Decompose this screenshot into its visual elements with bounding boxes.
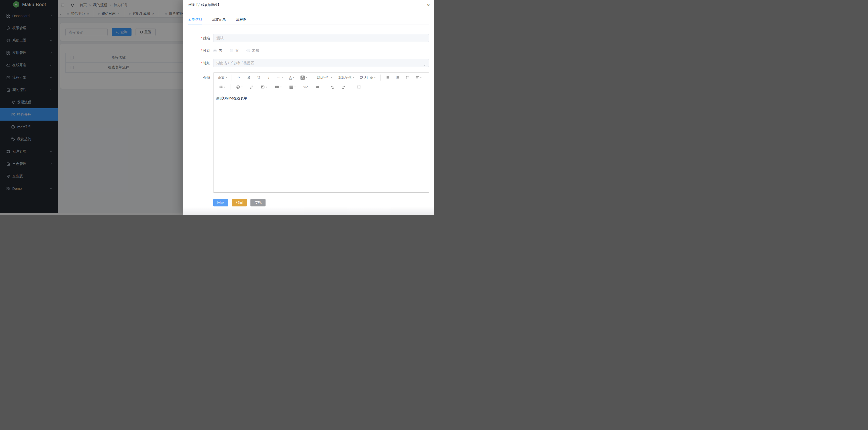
numbered-list-icon: 123 — [396, 76, 400, 80]
address-value: 湖南省 / 长沙市 / 岳麓区 — [217, 61, 254, 65]
rich-text-editor: 正文 “ B U I ··· A A 默认字号 默认字体 默认行高 123 — [213, 73, 429, 193]
caret-icon — [352, 77, 354, 78]
bold-icon: B — [247, 75, 250, 80]
align-icon — [415, 76, 419, 80]
video-dropdown[interactable] — [271, 83, 285, 91]
emoji-icon — [236, 85, 240, 89]
toolbar-separator — [325, 84, 325, 90]
reject-button[interactable]: 驳回 — [232, 199, 247, 206]
indent-dropdown[interactable] — [216, 83, 228, 91]
radio-circle-icon — [246, 49, 250, 52]
caret-icon — [281, 77, 283, 78]
more-styles-dropdown[interactable]: ··· — [274, 74, 286, 81]
toolbar-separator — [380, 75, 381, 81]
todo-list-button[interactable] — [403, 74, 412, 81]
toolbar-separator — [312, 75, 312, 81]
todo-icon — [406, 76, 410, 80]
gender-label: 性别 — [183, 47, 210, 55]
font-size-dropdown[interactable]: 默认字号 — [314, 74, 335, 81]
tab-flow-diagram[interactable]: 流程图 — [236, 15, 246, 24]
close-icon[interactable]: × — [427, 2, 430, 7]
caret-icon — [241, 87, 243, 88]
radio-label: 未知 — [252, 48, 259, 53]
name-field[interactable]: 测试 — [213, 34, 429, 42]
svg-text:3: 3 — [396, 78, 397, 79]
intro-label: 介绍 — [183, 74, 210, 82]
approve-button[interactable]: 同意 — [213, 199, 228, 206]
italic-button[interactable]: I — [264, 74, 274, 81]
caret-icon — [280, 87, 282, 88]
editor-content[interactable]: 测试Online在线表单 — [214, 92, 429, 193]
blockquote-button[interactable]: “ — [234, 74, 243, 81]
caret-icon — [420, 77, 422, 78]
caret-icon — [306, 77, 307, 78]
undo-button[interactable] — [327, 83, 338, 91]
process-drawer: 处理【在线表单流程】 × 表单信息 流转记录 流程图 姓名 测试 性别 男 女 … — [183, 0, 434, 215]
image-icon — [260, 85, 265, 89]
bullet-list-icon — [385, 76, 390, 80]
code-block-button[interactable]: </> — [300, 83, 311, 91]
radio-circle-icon — [213, 49, 217, 52]
gender-radio-group: 男 女 未知 — [213, 47, 259, 55]
radio-circle-icon — [230, 49, 234, 52]
redo-icon — [341, 85, 345, 89]
italic-icon: I — [268, 75, 269, 80]
drawer-tabs: 表单信息 流转记录 流程图 — [188, 15, 429, 24]
image-dropdown[interactable] — [257, 83, 271, 91]
link-button[interactable] — [246, 83, 256, 91]
redo-button[interactable] — [338, 83, 349, 91]
chevron-down-icon — [423, 62, 426, 69]
caret-icon — [294, 87, 296, 88]
underline-icon: U — [257, 76, 260, 80]
drawer-header: 处理【在线表单流程】 × — [183, 0, 434, 10]
undo-icon — [331, 85, 334, 89]
address-select[interactable]: 湖南省 / 长沙市 / 岳麓区 — [213, 59, 429, 67]
radio-unknown[interactable]: 未知 — [246, 48, 259, 53]
indent-icon — [219, 85, 223, 89]
radio-female[interactable]: 女 — [230, 48, 239, 53]
caret-icon — [293, 77, 294, 78]
toolbar-separator — [351, 84, 351, 90]
underline-button[interactable]: U — [254, 74, 264, 81]
toolbar-separator — [230, 84, 231, 90]
fullscreen-icon — [357, 85, 361, 89]
editor-toolbar-row-2: </> — [214, 82, 429, 92]
radio-label: 女 — [235, 48, 239, 53]
radio-label: 男 — [219, 48, 222, 53]
font-color-icon: A — [289, 76, 291, 80]
name-label: 姓名 — [183, 34, 210, 42]
tab-flow-records[interactable]: 流转记录 — [212, 15, 226, 24]
caret-icon — [266, 87, 267, 88]
code-icon: </> — [303, 85, 308, 89]
bg-color-icon: A — [301, 76, 305, 80]
divider-icon — [315, 85, 319, 89]
caret-icon — [331, 77, 333, 78]
delegate-button[interactable]: 委托 — [250, 199, 266, 206]
bg-color-dropdown[interactable]: A — [298, 74, 310, 81]
align-dropdown[interactable] — [413, 74, 424, 81]
emoji-dropdown[interactable] — [233, 83, 246, 91]
more-icon: ··· — [277, 76, 280, 80]
quote-icon: “ — [237, 75, 240, 81]
font-color-dropdown[interactable]: A — [286, 74, 297, 81]
address-label: 地址 — [183, 59, 210, 67]
numbered-list-button[interactable]: 123 — [393, 74, 402, 81]
table-dropdown[interactable] — [286, 83, 299, 91]
tab-form-info[interactable]: 表单信息 — [188, 15, 202, 24]
drawer-title: 处理【在线表单流程】 — [188, 3, 221, 7]
bullet-list-button[interactable] — [383, 74, 392, 81]
video-icon — [275, 85, 279, 89]
paragraph-style-dropdown[interactable]: 正文 — [216, 74, 229, 81]
link-icon — [249, 85, 253, 89]
radio-male[interactable]: 男 — [213, 48, 222, 53]
toolbar-separator — [231, 75, 232, 81]
fullscreen-button[interactable] — [353, 83, 365, 91]
divider-button[interactable] — [312, 83, 323, 91]
font-family-dropdown[interactable]: 默认字体 — [336, 74, 357, 81]
table-icon — [289, 85, 293, 89]
bold-button[interactable]: B — [244, 74, 253, 81]
line-height-dropdown[interactable]: 默认行高 — [357, 74, 378, 81]
editor-toolbar-row-1: 正文 “ B U I ··· A A 默认字号 默认字体 默认行高 123 — [214, 73, 429, 82]
drawer-bottom-fade — [183, 207, 434, 215]
caret-icon — [224, 87, 225, 88]
